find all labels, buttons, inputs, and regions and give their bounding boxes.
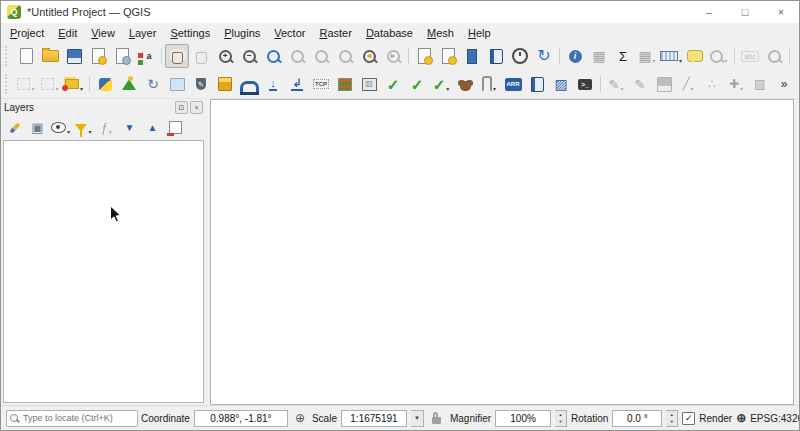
magnifier-input[interactable] [499, 412, 547, 425]
tcp-connection-button[interactable]: TCP [309, 72, 333, 96]
menu-vector[interactable]: Vector [267, 25, 312, 41]
rotation-input[interactable] [616, 412, 658, 425]
current-edits-button-dropdown-icon[interactable]: ▾ [620, 85, 623, 92]
open-layer-styling-button[interactable] [3, 117, 26, 139]
zoom-last-button[interactable]: ◂ [357, 44, 381, 68]
remove-layer-button[interactable] [164, 117, 187, 139]
manage-map-themes-button-dropdown-icon[interactable]: ▾ [67, 128, 70, 135]
epsg-status[interactable]: EPSG:4326 [750, 413, 800, 424]
select-features-button-dropdown-icon[interactable]: ▾ [31, 85, 34, 92]
layer-stack-button[interactable] [333, 72, 357, 96]
attachment-plugin-button-dropdown-icon[interactable]: ▾ [493, 85, 496, 92]
menu-plugins[interactable]: Plugins [217, 25, 267, 41]
menu-view[interactable]: View [84, 25, 122, 41]
new-spatial-bookmark-button[interactable] [412, 44, 436, 68]
zoom-in-button[interactable]: + [213, 44, 237, 68]
temporal-controller-button[interactable] [508, 44, 532, 68]
menu-help[interactable]: Help [461, 25, 498, 41]
topology-check-button[interactable]: ✓▾ [429, 72, 453, 96]
manage-map-themes-button[interactable]: ▾ [49, 117, 72, 139]
label-toolbar-button: abc [738, 44, 762, 68]
select-by-value-button[interactable]: ▾ [62, 72, 86, 96]
map-tips-button[interactable] [683, 44, 707, 68]
refresh-map-button[interactable]: ↻ [532, 44, 556, 68]
menu-mesh[interactable]: Mesh [420, 25, 461, 41]
bookmark-ribbon-button[interactable] [460, 44, 484, 68]
check-geometry-button[interactable]: ✓ [381, 72, 405, 96]
map-canvas[interactable] [210, 99, 794, 405]
topology-check-button-dropdown-icon[interactable]: ▾ [446, 85, 449, 92]
style-shield-button[interactable]: ✎ [189, 72, 213, 96]
open-project-button[interactable] [38, 44, 62, 68]
toolbar-overflow-3-button[interactable]: » [772, 72, 796, 96]
show-bookmark-manager-button[interactable] [484, 44, 508, 68]
rotation-spinner[interactable]: ▲▼ [666, 410, 678, 427]
collapse-all-button[interactable]: ▲ [141, 117, 164, 139]
vertex-tool-button-dropdown-icon[interactable]: ▾ [740, 85, 743, 92]
show-spatial-bookmarks-button[interactable] [436, 44, 460, 68]
locator-input[interactable] [6, 410, 138, 427]
add-line-feature-button-dropdown-icon[interactable]: ▾ [691, 85, 694, 92]
georeferencer-button[interactable]: ↻ [141, 72, 165, 96]
close-button[interactable]: × [763, 1, 799, 23]
new-print-layout-button[interactable] [86, 44, 110, 68]
import-layer-button[interactable]: ↲ [285, 72, 309, 96]
window-controls: – □ × [691, 1, 799, 23]
arch-plugin-button[interactable] [237, 72, 261, 96]
magnifier-spinner[interactable]: ▲▼ [555, 410, 567, 427]
render-checkbox[interactable]: ✓ [682, 412, 695, 425]
filter-by-expression-button-dropdown-icon[interactable]: ▾ [109, 128, 112, 135]
download-layer-button[interactable]: ↓ [261, 72, 285, 96]
filter-legend-button[interactable]: ▾ [72, 117, 95, 139]
menu-settings[interactable]: Settings [163, 25, 217, 41]
raster-tools-button[interactable] [165, 72, 189, 96]
scale-dropdown-icon[interactable]: ▼ [411, 410, 424, 427]
minimize-button[interactable]: – [691, 1, 727, 23]
show-layout-manager-button[interactable] [110, 44, 134, 68]
zoom-full-extent-button[interactable] [261, 44, 285, 68]
filter-legend-button-dropdown-icon[interactable]: ▾ [88, 128, 91, 135]
search-tools-button-dropdown-icon[interactable]: ▾ [724, 57, 727, 64]
coordinate-input[interactable] [198, 412, 284, 425]
python-console-button[interactable] [93, 72, 117, 96]
menu-layer[interactable]: Layer [122, 25, 164, 41]
new-project-button[interactable] [14, 44, 38, 68]
menu-database[interactable]: Database [359, 25, 420, 41]
zoom-out-button[interactable]: − [237, 44, 261, 68]
search-tools-button: ▾ [707, 44, 731, 68]
image-tool-button[interactable]: ▨ [357, 72, 381, 96]
attribute-table-options-button-dropdown-icon[interactable]: ▾ [653, 57, 656, 64]
measure-button-dropdown-icon[interactable]: ▾ [679, 57, 682, 64]
panel-float-icon[interactable]: ⊡ [175, 101, 188, 114]
hatch-grid-plugin-button[interactable]: ▨ [549, 72, 573, 96]
deselect-features-button-dropdown-icon[interactable]: ▾ [55, 85, 58, 92]
arr-plugin-button[interactable]: ARR [501, 72, 525, 96]
check-validity-button[interactable]: ✓ [405, 72, 429, 96]
measure-button[interactable]: ▾ [659, 44, 683, 68]
new-shapefile-layer-button[interactable] [117, 72, 141, 96]
scale-input[interactable] [345, 412, 403, 425]
panel-close-icon[interactable]: × [190, 101, 203, 114]
pan-map-button[interactable] [165, 44, 189, 68]
attachment-plugin-button[interactable]: ▾ [477, 72, 501, 96]
lock-scale-icon[interactable] [428, 409, 446, 427]
select-by-value-button-dropdown-icon[interactable]: ▾ [80, 85, 83, 92]
menu-raster[interactable]: Raster [312, 25, 358, 41]
add-group-button[interactable]: ▣ [26, 117, 49, 139]
terminal-plugin-button[interactable]: >_ [573, 72, 597, 96]
layer-list[interactable] [3, 140, 204, 403]
geopackage-button[interactable] [213, 72, 237, 96]
extents-toggle-icon[interactable]: ⊕ [292, 410, 308, 426]
maximize-button[interactable]: □ [727, 1, 763, 23]
report-plugin-button[interactable] [525, 72, 549, 96]
statistical-summary-button[interactable]: Σ [611, 44, 635, 68]
save-project-button[interactable] [62, 44, 86, 68]
bear-plugin-button[interactable] [453, 72, 477, 96]
menu-edit[interactable]: Edit [51, 25, 84, 41]
menu-project[interactable]: Project [3, 25, 51, 41]
identify-features-button[interactable]: i [563, 44, 587, 68]
crs-globe-icon[interactable]: ⊕ [736, 411, 746, 425]
toolbar-overflow-button[interactable]: » [793, 44, 799, 68]
style-manager-button[interactable]: a [134, 44, 158, 68]
expand-all-button[interactable]: ▼ [118, 117, 141, 139]
